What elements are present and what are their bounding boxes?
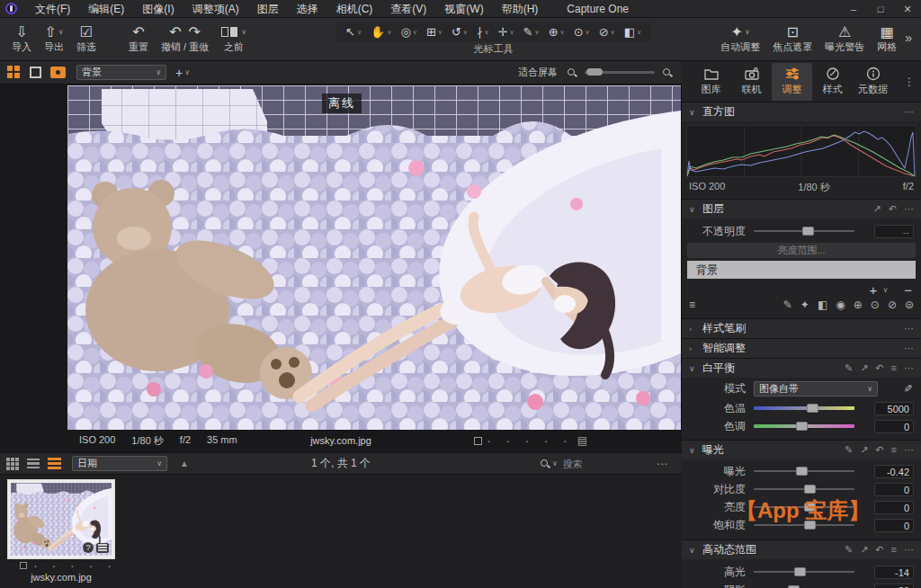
- brush-icon[interactable]: ✎: [845, 445, 853, 455]
- opacity-slider-knob[interactable]: [802, 227, 814, 236]
- highlights-slider[interactable]: [754, 566, 854, 577]
- more-icon[interactable]: ⋯: [904, 324, 914, 334]
- reset-adjustments-icon[interactable]: ↶: [875, 363, 883, 373]
- exposure-warning-button[interactable]: ⚠ 曝光警告: [818, 18, 871, 60]
- tint-slider-knob[interactable]: [796, 422, 808, 431]
- loupe-tool[interactable]: ◎∨: [396, 23, 421, 40]
- browser-more-button[interactable]: ⋯: [657, 458, 667, 470]
- zoom-out-icon[interactable]: [567, 67, 577, 78]
- tab-capture[interactable]: 联机: [731, 63, 772, 101]
- menu-image[interactable]: 图像(I): [133, 0, 183, 18]
- exposure-slider-knob[interactable]: [796, 467, 808, 476]
- brush-icon[interactable]: ✎: [845, 545, 853, 555]
- copy-adjustments-icon[interactable]: ↗: [860, 545, 868, 555]
- highlights-value[interactable]: -14: [874, 566, 914, 579]
- saturation-value[interactable]: 0: [874, 519, 914, 532]
- add-layer-button[interactable]: +∨: [175, 66, 190, 80]
- auto-adjust-button[interactable]: ✦∨ 自动调整: [714, 18, 766, 60]
- export-button[interactable]: ⇧∨ 导出: [38, 18, 70, 60]
- viewer-layer-select[interactable]: 背景 ∨: [76, 65, 166, 80]
- style-brushes-header[interactable]: › 样式笔刷 ⋯: [682, 319, 921, 338]
- draw-mask-icon[interactable]: ✎: [783, 298, 792, 311]
- tint-slider[interactable]: [754, 421, 854, 432]
- mask-options-icon[interactable]: ≡: [689, 298, 695, 311]
- tint-value[interactable]: 0: [874, 420, 914, 433]
- contrast-slider-knob[interactable]: [804, 485, 816, 494]
- color-picker-tool[interactable]: ✛∨: [494, 23, 519, 40]
- browser-grid-view-button[interactable]: [6, 458, 19, 470]
- proof-view-button[interactable]: [50, 67, 66, 78]
- shadows-slider[interactable]: [754, 584, 854, 588]
- erase-all-icon[interactable]: ⊜: [905, 298, 914, 311]
- reset-adjustments-icon[interactable]: ↶: [889, 204, 897, 214]
- viewer-photo[interactable]: 离线: [67, 85, 681, 430]
- sort-by-select[interactable]: 日期 ∨: [72, 456, 167, 471]
- more-icon[interactable]: ⋯: [904, 204, 914, 214]
- gradient-mask-tool[interactable]: ◧∨: [620, 23, 646, 40]
- more-icon[interactable]: ⋯: [904, 445, 914, 455]
- copy-adjustments-icon[interactable]: ↗: [860, 363, 868, 373]
- presets-icon[interactable]: ≡: [891, 545, 897, 555]
- toolbar-overflow-button[interactable]: »: [903, 31, 917, 49]
- select-tool[interactable]: ↖∨: [341, 23, 366, 40]
- clone-tool[interactable]: ⊙∨: [569, 23, 595, 40]
- more-icon[interactable]: ⋯: [904, 343, 914, 353]
- multi-view-button[interactable]: [7, 66, 21, 79]
- gradient-mask-icon[interactable]: ◧: [818, 298, 827, 311]
- zoom-in-icon[interactable]: [662, 67, 673, 78]
- rotate-tool[interactable]: ↺∨: [447, 23, 472, 40]
- luma-range-button[interactable]: 亮度范围...: [687, 243, 916, 258]
- thumbnail-rating[interactable]: · · · · ·: [20, 562, 117, 569]
- wb-mode-select[interactable]: 图像自带 ∨: [754, 381, 878, 396]
- color-tag-icon[interactable]: [20, 562, 27, 569]
- remove-layer-button[interactable]: −: [904, 282, 912, 298]
- histogram-header[interactable]: ∨ 直方图 ⋯: [682, 102, 921, 121]
- menu-file[interactable]: 文件(F): [26, 0, 79, 18]
- maximize-button[interactable]: □: [867, 0, 894, 18]
- reset-button[interactable]: ↶ 重置: [122, 18, 155, 60]
- shadows-value[interactable]: 20: [874, 584, 914, 588]
- smart-adjustments-header[interactable]: › 智能调整 ⋯: [682, 339, 921, 358]
- minimize-button[interactable]: –: [840, 0, 867, 18]
- tabs-more-button[interactable]: ⋮: [904, 76, 916, 88]
- search-box[interactable]: ∨: [540, 459, 626, 469]
- star-rating[interactable]: · · · · ·: [487, 436, 573, 445]
- opacity-value[interactable]: --: [874, 225, 914, 238]
- menu-layers[interactable]: 图层: [248, 0, 288, 18]
- exposure-slider[interactable]: [754, 466, 854, 477]
- add-layer-button[interactable]: +: [870, 282, 878, 298]
- browser-filmstrip-view-button[interactable]: [48, 458, 61, 469]
- heal-tool[interactable]: ⊕∨: [544, 23, 569, 40]
- menu-camera[interactable]: 相机(C): [327, 0, 382, 18]
- crop-tool[interactable]: ⊞∨: [422, 23, 447, 40]
- magic-mask-icon[interactable]: ✦: [800, 298, 809, 311]
- search-input[interactable]: [563, 459, 626, 469]
- erase-mask-icon[interactable]: ⊘: [888, 298, 897, 311]
- highlights-slider-knob[interactable]: [794, 567, 806, 576]
- more-icon[interactable]: ⋯: [904, 545, 914, 555]
- metadata-badge-icon[interactable]: [96, 543, 109, 553]
- filter-button[interactable]: ☑ 筛选: [70, 18, 103, 60]
- color-tag-icon[interactable]: [474, 437, 482, 445]
- tab-metadata[interactable]: 元数据: [853, 63, 893, 101]
- zoom-slider-knob[interactable]: [586, 68, 603, 76]
- info-list-icon[interactable]: ▤: [577, 434, 587, 447]
- presets-icon[interactable]: ≡: [891, 445, 897, 455]
- single-view-button[interactable]: [30, 67, 41, 78]
- wb-eyedropper-icon[interactable]: ✎: [901, 384, 914, 393]
- reset-adjustments-icon[interactable]: ↶: [875, 545, 883, 555]
- draw-mask-tool[interactable]: ✎∨: [519, 23, 544, 40]
- temperature-slider[interactable]: [754, 403, 854, 414]
- tab-library[interactable]: 图库: [691, 63, 731, 101]
- grid-button[interactable]: ▦ 网格: [871, 18, 903, 60]
- hdr-header[interactable]: ∨ 高动态范围 ✎ ↗ ↶ ≡ ⋯: [682, 540, 921, 559]
- menu-help[interactable]: 帮助(H): [493, 0, 548, 18]
- menu-edit[interactable]: 编辑(E): [79, 0, 133, 18]
- before-after-button[interactable]: ∨ 之前: [215, 18, 253, 60]
- temperature-slider-knob[interactable]: [807, 404, 818, 413]
- browser-list-view-button[interactable]: [27, 459, 40, 469]
- temperature-value[interactable]: 5000: [874, 402, 914, 415]
- focus-mask-button[interactable]: ⊡ 焦点遮罩: [766, 18, 818, 60]
- tab-styles[interactable]: 样式: [812, 63, 853, 101]
- brightness-value[interactable]: 0: [874, 501, 914, 514]
